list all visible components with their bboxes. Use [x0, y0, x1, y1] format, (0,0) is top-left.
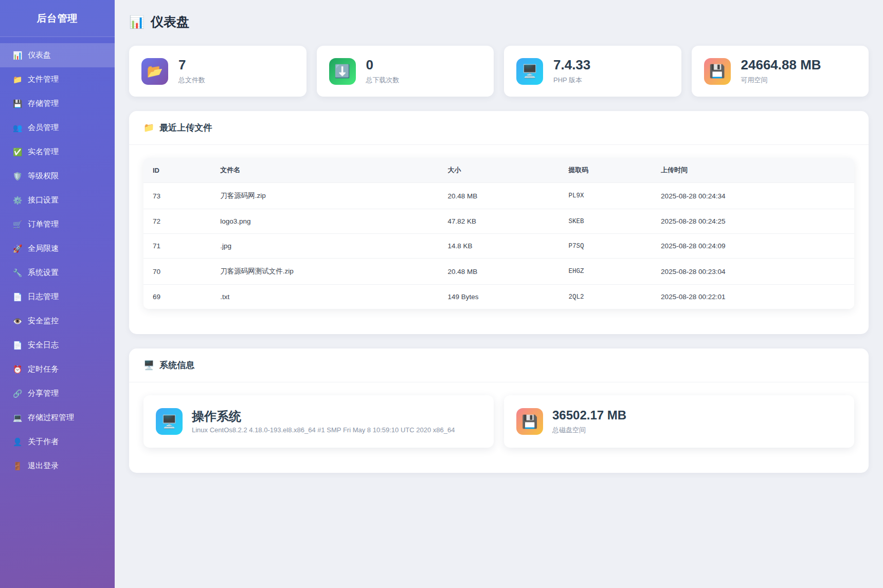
sidebar-item-label: 接口设置	[28, 195, 59, 205]
system-card-text: 36502.17 MB总磁盘空间	[552, 408, 626, 435]
sidebar-item[interactable]: 🛒订单管理	[0, 212, 115, 236]
table-row: 72logo3.png47.82 KBSKEB2025-08-28 00:24:…	[143, 209, 854, 234]
stat-card: 🖥️7.4.33PHP 版本	[504, 46, 681, 97]
table-cell: .jpg	[211, 234, 438, 259]
system-card-subtitle: 总磁盘空间	[552, 426, 626, 435]
table-row: 70刀客源码网测试文件.zip20.48 MBEHGZ2025-08-28 00…	[143, 259, 854, 285]
system-card-title: 操作系统	[192, 409, 455, 424]
sidebar-nav: 📊仪表盘📁文件管理💾存储管理👥会员管理✅实名管理🛡️等级权限⚙️接口设置🛒订单管…	[0, 37, 115, 478]
table-cell: PL9X	[559, 183, 652, 209]
recent-files-title: 最近上传文件	[159, 122, 212, 134]
sidebar-item-label: 文件管理	[28, 75, 59, 84]
sidebar-item-label: 退出登录	[28, 461, 59, 471]
stat-card: ⬇️0总下载次数	[317, 46, 494, 97]
table-row: 73刀客源码网.zip20.48 MBPL9X2025-08-28 00:24:…	[143, 183, 854, 209]
sidebar-item-label: 日志管理	[28, 292, 59, 302]
cart-icon: 🛒	[12, 220, 23, 229]
table-cell: 73	[143, 183, 211, 209]
column-header: 大小	[439, 158, 560, 183]
system-card-subtitle: Linux CentOs8.2.2 4.18.0-193.el8.x86_64 …	[192, 426, 455, 434]
stat-label: PHP 版本	[553, 76, 590, 85]
sidebar-item[interactable]: 💻存储过程管理	[0, 406, 115, 430]
sidebar-item[interactable]: 💾存储管理	[0, 91, 115, 116]
eye-icon: 👁️	[12, 317, 23, 326]
sidebar-item[interactable]: 🔧系统设置	[0, 261, 115, 285]
stat-card: 📂7总文件数	[129, 46, 307, 97]
stat-label: 总文件数	[178, 76, 205, 85]
system-info-body: 🖥️操作系统Linux CentOs8.2.2 4.18.0-193.el8.x…	[129, 382, 869, 473]
table-cell: .txt	[211, 285, 438, 309]
open-folder-icon: 📂	[141, 58, 168, 85]
table-cell: 2025-08-28 00:22:01	[652, 285, 854, 309]
sidebar-item-label: 定时任务	[28, 364, 59, 374]
floppy-icon: 💾	[704, 58, 731, 85]
wrench-icon: 🔧	[12, 268, 23, 278]
recent-files-table-card: ID文件名大小提取码上传时间 73刀客源码网.zip20.48 MBPL9X20…	[143, 158, 854, 309]
stats-row: 📂7总文件数⬇️0总下载次数🖥️7.4.33PHP 版本💾24664.88 MB…	[129, 46, 869, 97]
recent-files-body: ID文件名大小提取码上传时间 73刀客源码网.zip20.48 MBPL9X20…	[129, 145, 869, 334]
table-cell: 14.8 KB	[439, 234, 560, 259]
sidebar-item[interactable]: 📄安全日志	[0, 333, 115, 357]
link-icon: 🔗	[12, 389, 23, 398]
sidebar-item-label: 等级权限	[28, 171, 59, 181]
stat-label: 可用空间	[741, 76, 821, 85]
main-content: 📊 仪表盘 📂7总文件数⬇️0总下载次数🖥️7.4.33PHP 版本💾24664…	[115, 0, 883, 588]
folder-icon: 📁	[12, 75, 23, 84]
sidebar-item[interactable]: 🔗分享管理	[0, 381, 115, 406]
stat-text: 7.4.33PHP 版本	[553, 58, 590, 85]
sidebar-item[interactable]: ✅实名管理	[0, 140, 115, 164]
sidebar-item[interactable]: 🛡️等级权限	[0, 164, 115, 188]
table-cell: logo3.png	[211, 209, 438, 234]
sidebar-item[interactable]: 📄日志管理	[0, 285, 115, 309]
column-header: 提取码	[559, 158, 652, 183]
table-cell: 149 Bytes	[439, 285, 560, 309]
download-icon: ⬇️	[329, 58, 356, 85]
document-icon: 📄	[12, 292, 23, 302]
sidebar-item-label: 分享管理	[28, 389, 59, 398]
sidebar-item[interactable]: 🚪退出登录	[0, 454, 115, 478]
sidebar-item[interactable]: 📊仪表盘	[0, 43, 115, 67]
sidebar-item-label: 会员管理	[28, 123, 59, 133]
sidebar-item[interactable]: 👥会员管理	[0, 116, 115, 140]
sidebar-item-label: 系统设置	[28, 268, 59, 278]
user-icon: 👤	[12, 437, 23, 447]
system-info-header: 🖥️ 系统信息	[129, 348, 869, 382]
column-header: 文件名	[211, 158, 438, 183]
folder-icon: 📁	[143, 123, 154, 132]
table-body: 73刀客源码网.zip20.48 MBPL9X2025-08-28 00:24:…	[143, 183, 854, 309]
sidebar-item[interactable]: 👁️安全监控	[0, 309, 115, 333]
stat-text: 24664.88 MB可用空间	[741, 58, 821, 85]
stat-text: 0总下载次数	[366, 58, 400, 85]
app-title: 后台管理	[0, 0, 115, 37]
sidebar-item-label: 安全监控	[28, 316, 59, 326]
sidebar: 后台管理 📊仪表盘📁文件管理💾存储管理👥会员管理✅实名管理🛡️等级权限⚙️接口设…	[0, 0, 115, 588]
table-cell: 71	[143, 234, 211, 259]
stat-value: 7.4.33	[553, 58, 590, 73]
laptop-icon: 💻	[12, 413, 23, 422]
floppy-icon: 💾	[12, 99, 23, 108]
monitor-icon: 🖥️	[143, 361, 154, 370]
table-cell: 2025-08-28 00:24:25	[652, 209, 854, 234]
column-header: 上传时间	[652, 158, 854, 183]
sidebar-item[interactable]: ⏰定时任务	[0, 357, 115, 381]
system-card: 💾36502.17 MB总磁盘空间	[504, 395, 854, 448]
users-icon: 👥	[12, 123, 23, 133]
table-cell: 70	[143, 259, 211, 285]
column-header: ID	[143, 158, 211, 183]
shield-icon: 🛡️	[12, 172, 23, 181]
sidebar-item-label: 安全日志	[28, 340, 59, 350]
table-row: 71.jpg14.8 KBP7SQ2025-08-28 00:24:09	[143, 234, 854, 259]
table-cell: 20.48 MB	[439, 259, 560, 285]
table-cell: 20.48 MB	[439, 183, 560, 209]
sidebar-item[interactable]: 🚀全局限速	[0, 236, 115, 261]
sidebar-item[interactable]: 👤关于作者	[0, 430, 115, 454]
check-icon: ✅	[12, 148, 23, 157]
sidebar-item[interactable]: 📁文件管理	[0, 67, 115, 91]
table-cell: P7SQ	[559, 234, 652, 259]
page-title: 仪表盘	[151, 13, 189, 30]
recent-files-header: 📁 最近上传文件	[129, 111, 869, 145]
table-header-row: ID文件名大小提取码上传时间	[143, 158, 854, 183]
sidebar-item[interactable]: ⚙️接口设置	[0, 188, 115, 212]
dashboard-icon: 📊	[12, 51, 23, 60]
page-header: 📊 仪表盘	[129, 13, 869, 30]
